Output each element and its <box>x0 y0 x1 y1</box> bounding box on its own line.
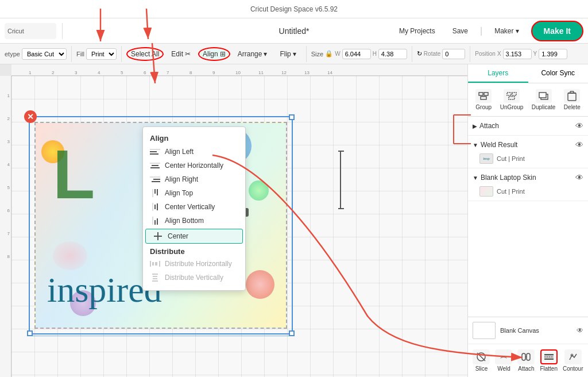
layer-weld-result: ▼ Weld Result 👁 insp Cut | Print <box>468 136 588 168</box>
layer-laptop-header[interactable]: ▼ Blank Laptop Skin 👁 <box>468 171 588 184</box>
contour-button[interactable]: Contour <box>560 348 586 374</box>
select-all-button[interactable]: Select All <box>126 47 164 61</box>
maker-button[interactable]: Maker ▾ <box>489 24 524 38</box>
align-button[interactable]: Align ⊞ <box>198 47 230 61</box>
align-bottom-icon <box>150 217 160 224</box>
canvas-area[interactable]: 1 2 3 4 5 6 7 8 9 10 11 12 13 14 1 2 3 4… <box>0 64 467 377</box>
laptop-eye-icon[interactable]: 👁 <box>575 173 583 182</box>
svg-rect-34 <box>512 93 516 95</box>
svg-rect-46 <box>527 353 530 360</box>
layer-item-laptop-print[interactable]: Cut | Print <box>468 184 588 198</box>
center-icon <box>153 233 163 240</box>
panel-bottom: Blank Canvas 👁 Slice Weld <box>468 317 588 377</box>
weld-eye-icon[interactable]: 👁 <box>575 140 583 149</box>
laptop-item-label: Cut | Print <box>497 188 525 195</box>
distribute-title: Distribute <box>143 246 245 257</box>
svg-rect-30 <box>479 93 483 95</box>
align-right-item[interactable]: Align Right <box>143 172 245 186</box>
remove-selection-button[interactable]: ✕ <box>24 110 37 123</box>
size-group: Size 🔒 W H <box>311 49 407 59</box>
ungroup-button[interactable]: UnGroup <box>497 87 527 113</box>
svg-rect-13 <box>157 189 158 195</box>
layer-attach-header[interactable]: ▶ Attach 👁 <box>468 119 588 133</box>
layer-weld-header[interactable]: ▼ Weld Result 👁 <box>468 138 588 152</box>
delete-icon <box>564 89 580 103</box>
eye-icon[interactable]: 👁 <box>575 121 583 130</box>
height-input[interactable] <box>378 49 407 59</box>
make-it-button[interactable]: Make It <box>531 21 583 41</box>
canvas-eye-icon[interactable]: 👁 <box>577 326 583 334</box>
width-input[interactable] <box>342 49 371 59</box>
center-vertically-item[interactable]: Center Vertically <box>143 200 245 214</box>
panel-actions: Group UnGroup Duplicate Delete <box>468 83 588 117</box>
svg-rect-15 <box>154 205 156 209</box>
delete-button[interactable]: Delete <box>560 87 584 113</box>
slice-icon <box>473 349 490 364</box>
triangle-down2-icon: ▼ <box>473 175 478 181</box>
align-top-item[interactable]: Align Top <box>143 186 245 200</box>
type-select[interactable]: Basic Cut <box>22 48 67 60</box>
svg-rect-21 <box>157 232 158 240</box>
bracket-line <box>340 151 341 208</box>
duplicate-button[interactable]: Duplicate <box>528 87 559 113</box>
svg-rect-29 <box>153 278 157 279</box>
group-icon <box>475 89 492 103</box>
flower-decor3 <box>246 270 274 299</box>
svg-rect-17 <box>152 217 153 225</box>
arrange-button[interactable]: Arrange ▾ <box>233 47 273 61</box>
center-h-icon <box>150 162 160 169</box>
svg-rect-23 <box>159 261 160 267</box>
arrange-chevron-icon: ▾ <box>264 50 267 58</box>
edit-button[interactable]: Edit ✂ <box>166 47 196 61</box>
weld-button[interactable]: Weld <box>493 348 514 374</box>
slice-button[interactable]: Slice <box>470 348 492 374</box>
dist-v-icon <box>150 274 160 281</box>
distribute-section: Distribute Distribute Horizontally <box>143 245 245 286</box>
layer-attach: ▶ Attach 👁 <box>468 117 588 136</box>
lock-size-icon: 🔒 <box>325 50 333 57</box>
align-top-icon <box>150 190 160 197</box>
ruler-horizontal: 1 2 3 4 5 6 7 8 9 10 11 12 13 14 <box>11 64 467 76</box>
svg-rect-4 <box>150 153 158 155</box>
svg-rect-45 <box>522 353 525 360</box>
group-button[interactable]: Group <box>472 87 495 113</box>
rotate-group: ↻ Rotate <box>417 49 465 59</box>
align-bottom-item[interactable]: Align Bottom <box>143 214 245 228</box>
align-icon: ⊞ <box>220 50 226 58</box>
triangle-down-icon: ▼ <box>473 142 478 148</box>
x-input[interactable] <box>503 49 532 59</box>
svg-rect-31 <box>484 93 488 95</box>
svg-rect-19 <box>157 218 158 225</box>
align-left-item[interactable]: Align Left <box>143 145 245 159</box>
svg-rect-7 <box>150 167 160 168</box>
svg-rect-22 <box>150 261 151 267</box>
attach-button[interactable]: Attach <box>515 348 537 374</box>
svg-text:Cricut: Cricut <box>7 28 24 34</box>
tab-layers[interactable]: Layers <box>468 64 528 83</box>
rotate-input[interactable] <box>442 49 465 59</box>
flip-button[interactable]: Flip ▾ <box>274 47 301 61</box>
layer-laptop-label: Blank Laptop Skin <box>481 174 536 182</box>
weld-thumb: insp <box>479 153 493 164</box>
svg-rect-26 <box>152 274 158 275</box>
my-projects-button[interactable]: My Projects <box>394 24 440 38</box>
duplicate-icon <box>536 89 552 103</box>
canvas-label: Blank Canvas <box>500 327 539 334</box>
align-dropdown: Align Align Left Center Horizontally Ali… <box>142 126 246 291</box>
sep6 <box>470 46 470 62</box>
save-button[interactable]: Save <box>447 24 473 38</box>
fill-select[interactable]: Print <box>86 48 117 60</box>
svg-rect-10 <box>152 181 160 182</box>
svg-rect-6 <box>152 165 158 166</box>
flower-decor4 <box>249 180 269 201</box>
contour-icon <box>564 349 582 364</box>
y-input[interactable] <box>539 49 567 59</box>
center-item[interactable]: Center <box>145 229 243 244</box>
flatten-button[interactable]: Flatten <box>537 348 560 374</box>
center-horizontally-item[interactable]: Center Horizontally <box>143 159 245 172</box>
panel-tabs: Layers Color Sync <box>468 64 588 83</box>
layer-item-weld-text[interactable]: insp Cut | Print <box>468 152 588 166</box>
logo: Cricut <box>5 23 56 39</box>
tab-color-sync[interactable]: Color Sync <box>528 64 589 83</box>
svg-rect-32 <box>481 97 486 99</box>
